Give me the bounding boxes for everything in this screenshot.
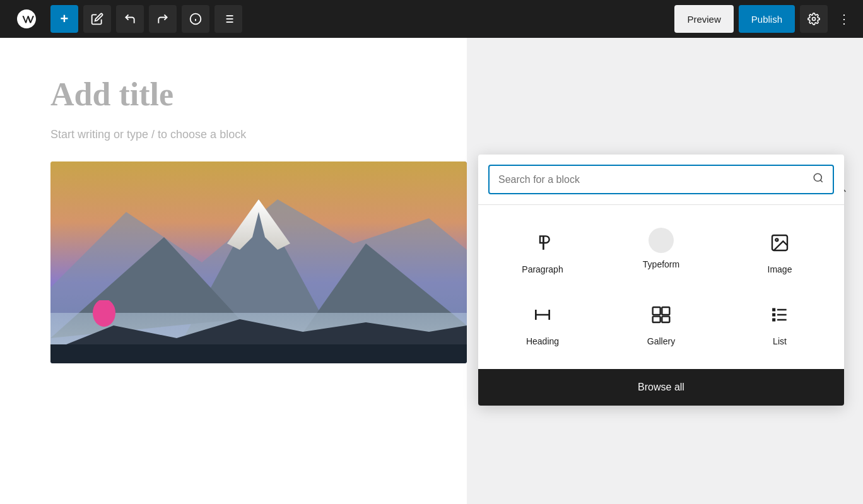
typeform-icon — [649, 228, 674, 253]
add-block-button[interactable]: + — [50, 5, 78, 33]
search-icon — [813, 172, 824, 187]
svg-line-22 — [820, 180, 822, 182]
svg-rect-35 — [773, 319, 775, 321]
info-button[interactable] — [182, 5, 209, 33]
svg-point-20 — [105, 303, 112, 310]
image-block[interactable] — [50, 161, 467, 363]
svg-point-9 — [813, 18, 816, 21]
block-item-image[interactable]: Image — [725, 220, 834, 282]
block-item-typeform[interactable]: Typeform — [607, 220, 715, 282]
block-grid: Paragraph Typeform Image — [478, 205, 844, 369]
more-options-button[interactable]: ⋮ — [833, 5, 855, 33]
search-input[interactable] — [498, 174, 807, 185]
list-label: List — [773, 336, 787, 346]
editor-content: Add title Start writing or type / to cho… — [0, 38, 467, 504]
block-item-gallery[interactable]: Gallery — [607, 292, 715, 354]
block-search-section — [478, 155, 844, 205]
search-input-container[interactable] — [488, 165, 834, 194]
preview-button[interactable]: Preview — [674, 5, 733, 33]
svg-point-19 — [93, 300, 115, 327]
block-inserter-panel: Paragraph Typeform Image — [478, 155, 844, 406]
svg-rect-26 — [653, 307, 660, 315]
undo-button[interactable] — [116, 5, 144, 33]
list-icon — [765, 300, 795, 330]
publish-button[interactable]: Publish — [739, 5, 795, 33]
typeform-label: Typeform — [643, 259, 679, 269]
image-label: Image — [768, 264, 792, 274]
toolbar: + P — [0, 0, 863, 38]
post-title[interactable]: Add title — [50, 76, 416, 113]
svg-rect-28 — [653, 317, 660, 322]
svg-rect-27 — [662, 307, 669, 315]
paragraph-label: Paragraph — [522, 264, 563, 274]
edit-button[interactable] — [83, 5, 111, 33]
heading-icon — [527, 300, 558, 330]
block-item-list[interactable]: List — [725, 292, 834, 354]
svg-point-21 — [814, 173, 821, 181]
svg-rect-29 — [662, 317, 669, 322]
wp-logo[interactable] — [8, 0, 45, 38]
image-icon — [765, 228, 795, 258]
list-view-button[interactable] — [214, 5, 242, 33]
block-item-heading[interactable]: Heading — [488, 292, 597, 354]
post-subtitle[interactable]: Start writing or type / to choose a bloc… — [50, 128, 416, 141]
editor-area: Add title Start writing or type / to cho… — [0, 38, 863, 504]
heading-label: Heading — [526, 336, 559, 346]
svg-point-25 — [775, 238, 778, 241]
settings-button[interactable] — [800, 5, 828, 33]
paragraph-icon — [527, 228, 558, 258]
svg-rect-33 — [773, 309, 775, 311]
block-item-paragraph[interactable]: Paragraph — [488, 220, 597, 282]
browse-all-button[interactable]: Browse all — [478, 369, 844, 406]
svg-rect-34 — [773, 314, 775, 316]
gallery-icon — [646, 300, 676, 330]
redo-button[interactable] — [149, 5, 177, 33]
gallery-label: Gallery — [647, 336, 675, 346]
